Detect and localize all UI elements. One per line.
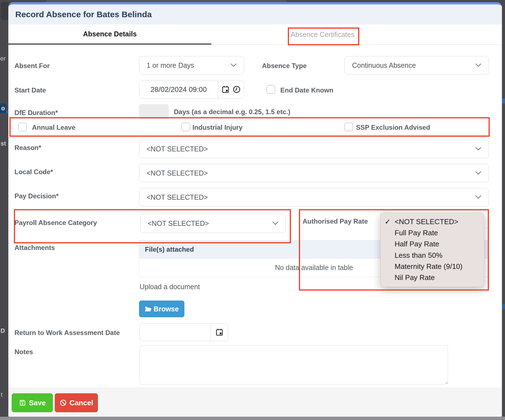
menu-item-label: <NOT SELECTED> xyxy=(395,218,458,226)
reason-select[interactable]: <NOT SELECTED> xyxy=(139,140,489,158)
notes-textarea[interactable] xyxy=(140,345,448,384)
reason-label: Reason* xyxy=(14,144,41,152)
pay-decision-value: <NOT SELECTED> xyxy=(147,193,475,201)
menu-item-label: Maternity Rate (9/10) xyxy=(395,262,462,271)
notes-label: Notes xyxy=(14,348,33,356)
save-icon xyxy=(19,399,26,406)
chevron-down-icon xyxy=(475,195,481,199)
dialog-title: Record Absence for Bates Belinda xyxy=(15,4,152,24)
annual-leave-checkbox[interactable] xyxy=(18,122,27,131)
absent-for-label: Absent For xyxy=(14,62,50,70)
background-text-fragment: o xyxy=(0,103,6,113)
save-button-label: Save xyxy=(29,399,46,407)
rtw-assessment-date-label: Return to Work Assessment Date xyxy=(14,329,120,337)
selected-check-icon: ✓ xyxy=(385,218,395,226)
industrial-injury-checkbox[interactable] xyxy=(181,122,190,131)
background-page-fragment xyxy=(502,304,505,309)
attachments-label: Attachments xyxy=(14,244,55,252)
dialog-header: Record Absence for Bates Belinda xyxy=(8,4,502,24)
menu-item-half-pay-rate[interactable]: Half Pay Rate xyxy=(381,239,484,250)
chevron-down-icon xyxy=(231,63,237,67)
absence-type-value: Continuous Absence xyxy=(352,61,475,69)
chevron-down-icon xyxy=(475,171,481,175)
dfe-duration-input[interactable] xyxy=(139,104,169,119)
background-browser-tab xyxy=(1,2,9,20)
background-page-fragment xyxy=(0,417,505,420)
cancel-button-label: Cancel xyxy=(70,399,93,407)
industrial-injury-label: Industrial Injury xyxy=(192,124,242,131)
menu-item-label: Half Pay Rate xyxy=(395,240,439,248)
menu-item-label: Less than 50% xyxy=(395,251,442,260)
start-date-value[interactable]: 28/02/2024 09:00 xyxy=(139,81,218,98)
background-text-fragment: er xyxy=(0,55,6,62)
absence-type-label: Absence Type xyxy=(262,62,307,70)
pay-decision-select[interactable]: <NOT SELECTED> xyxy=(139,188,489,206)
rtw-date-picker-button[interactable] xyxy=(211,324,228,341)
calendar-icon[interactable] xyxy=(221,85,230,94)
dfe-duration-label: DfE Duration* xyxy=(14,109,58,117)
clock-icon[interactable] xyxy=(232,85,241,94)
background-text-fragment: st xyxy=(1,140,6,147)
chevron-down-icon xyxy=(475,147,481,151)
chevron-down-icon xyxy=(272,221,278,225)
reason-value: <NOT SELECTED> xyxy=(147,145,475,153)
absent-for-select[interactable]: 1 or more Days xyxy=(139,56,244,74)
ssp-exclusion-label: SSP Exclusion Advised xyxy=(356,124,430,131)
start-date-label: Start Date xyxy=(14,86,46,94)
menu-item-less-than-50[interactable]: Less than 50% xyxy=(381,250,484,261)
menu-item-nil-pay-rate[interactable]: Nil Pay Rate xyxy=(381,272,484,283)
tab-absence-details[interactable]: Absence Details xyxy=(8,24,211,44)
menu-item-not-selected[interactable]: ✓ <NOT SELECTED> xyxy=(381,216,484,227)
screen: er o st D t Record Absence for Bates Bel… xyxy=(0,0,505,420)
menu-item-maternity-rate[interactable]: Maternity Rate (9/10) xyxy=(381,261,484,272)
folder-icon xyxy=(145,306,152,312)
annual-leave-label: Annual Leave xyxy=(32,124,75,131)
background-page-fragment xyxy=(502,99,505,104)
local-code-select[interactable]: <NOT SELECTED> xyxy=(139,164,489,182)
background-text-fragment: t xyxy=(1,391,3,398)
cancel-button[interactable]: Cancel xyxy=(55,393,98,412)
menu-item-full-pay-rate[interactable]: Full Pay Rate xyxy=(381,227,484,238)
calendar-icon xyxy=(215,328,224,336)
background-text-fragment: D xyxy=(1,327,5,334)
start-date-picker-buttons xyxy=(218,81,244,98)
dialog-footer: Save Cancel xyxy=(8,388,502,417)
absence-type-select[interactable]: Continuous Absence xyxy=(345,56,489,74)
cancel-icon xyxy=(60,399,67,406)
absent-for-value: 1 or more Days xyxy=(147,61,231,69)
ssp-exclusion-checkbox[interactable] xyxy=(344,122,353,131)
authorised-pay-rate-dropdown-menu: ✓ <NOT SELECTED> Full Pay Rate Half Pay … xyxy=(380,212,484,287)
authorised-pay-rate-label: Authorised Pay Rate xyxy=(303,218,368,225)
payroll-absence-category-label: Payroll Absence Category xyxy=(14,219,97,227)
local-code-value: <NOT SELECTED> xyxy=(147,169,475,177)
rtw-assessment-date-value[interactable] xyxy=(140,324,211,341)
end-date-known-label: End Date Known xyxy=(280,86,333,94)
tab-absence-certificates[interactable]: Absence Certificates xyxy=(211,24,434,44)
rtw-assessment-date-input[interactable] xyxy=(140,323,228,341)
record-absence-dialog: Record Absence for Bates Belinda Absence… xyxy=(8,2,502,417)
dfe-duration-hint: Days (as a decimal e.g. 0.25, 1.5 etc.) xyxy=(174,108,290,116)
payroll-absence-category-value: <NOT SELECTED> xyxy=(148,219,272,228)
tab-bar: Absence Details Absence Certificates xyxy=(8,24,502,45)
browse-button-label: Browse xyxy=(154,305,179,313)
start-date-input[interactable]: 28/02/2024 09:00 xyxy=(139,81,244,98)
pay-decision-label: Pay Decision* xyxy=(14,192,59,200)
payroll-absence-category-select[interactable]: <NOT SELECTED> xyxy=(140,214,286,233)
browse-button[interactable]: Browse xyxy=(139,301,184,317)
chevron-down-icon xyxy=(475,63,481,67)
upload-document-label: Upload a document xyxy=(140,283,200,291)
menu-item-label: Full Pay Rate xyxy=(395,229,438,237)
end-date-known-checkbox[interactable] xyxy=(266,85,275,94)
menu-item-label: Nil Pay Rate xyxy=(395,273,435,282)
local-code-label: Local Code* xyxy=(14,168,53,176)
save-button[interactable]: Save xyxy=(12,393,53,412)
